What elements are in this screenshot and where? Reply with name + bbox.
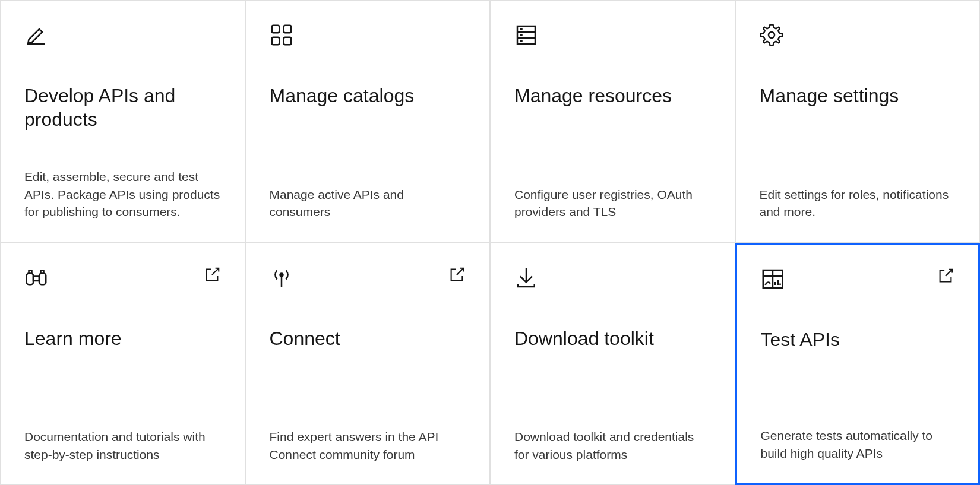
card-description: Documentation and tutorials with step-by… [24,416,221,463]
card-description: Find expert answers in the API Connect c… [270,416,466,463]
svg-rect-12 [39,273,46,284]
card-download-toolkit[interactable]: Download toolkit Download toolkit and cr… [490,243,735,486]
svg-rect-3 [283,37,291,45]
card-title: Test APIs [761,328,955,351]
antenna-icon [270,266,293,292]
gear-icon [760,23,783,49]
svg-rect-2 [271,37,279,45]
card-title: Manage catalogs [270,84,466,107]
card-manage-catalogs[interactable]: Manage catalogs Manage active APIs and c… [245,0,491,243]
svg-rect-11 [27,273,33,284]
svg-rect-4 [517,26,535,44]
card-title: Manage settings [760,84,956,107]
svg-rect-13 [33,276,39,281]
svg-rect-1 [283,26,291,33]
card-description: Edit, assemble, secure and test APIs. Pa… [24,156,221,220]
card-manage-resources[interactable]: Manage resources Configure user registri… [490,0,735,243]
card-description: Manage active APIs and consumers [270,174,466,221]
card-connect[interactable]: Connect Find expert answers in the API C… [245,243,491,486]
apps-grid-icon [270,23,293,49]
card-description: Edit settings for roles, notifications a… [760,174,956,221]
card-title: Manage resources [514,84,711,107]
dashboard-icon [761,267,785,293]
svg-point-10 [769,32,774,38]
download-icon [514,266,538,292]
svg-rect-0 [271,26,279,33]
card-description: Download toolkit and credentials for var… [514,416,711,463]
edit-icon [24,23,48,49]
card-title: Download toolkit [514,326,711,350]
card-title: Develop APIs and products [24,84,221,131]
card-develop-apis[interactable]: Develop APIs and products Edit, assemble… [0,0,245,243]
card-description: Generate tests automatically to build hi… [761,415,955,462]
launch-icon [937,267,954,287]
card-title: Learn more [24,326,221,350]
binoculars-icon [24,266,48,292]
card-grid: Develop APIs and products Edit, assemble… [0,0,980,485]
card-test-apis[interactable]: Test APIs Generate tests automatically t… [735,243,981,486]
svg-point-14 [280,273,283,276]
launch-icon [203,266,221,286]
card-learn-more[interactable]: Learn more Documentation and tutorials w… [0,243,245,486]
card-title: Connect [270,326,466,350]
launch-icon [448,266,466,286]
card-description: Configure user registries, OAuth provide… [514,174,711,221]
server-icon [514,23,538,49]
card-manage-settings[interactable]: Manage settings Edit settings for roles,… [735,0,981,243]
